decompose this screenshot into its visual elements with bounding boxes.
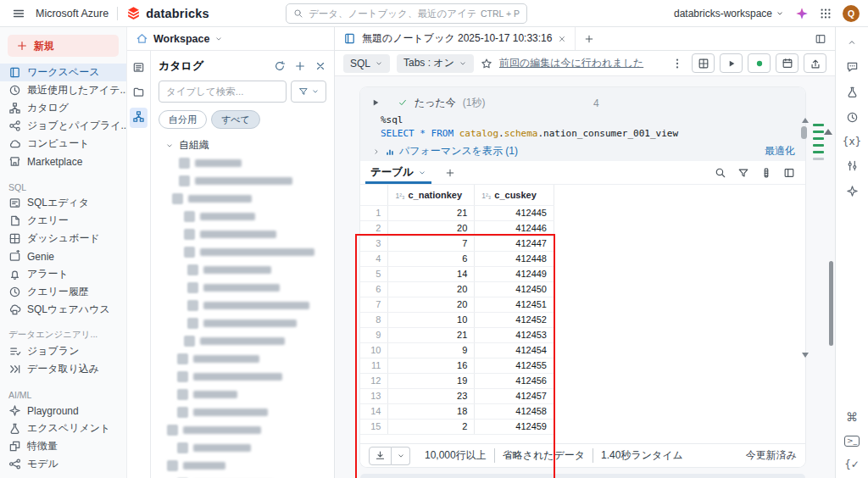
tree-item-redacted[interactable] xyxy=(159,314,326,332)
download-options-chevron[interactable] xyxy=(392,447,410,465)
table-row[interactable]: 620412450 xyxy=(360,281,554,297)
sidebar-item-queries[interactable]: クエリー xyxy=(0,212,126,230)
show-performance-link[interactable]: パフォーマンスを表示 (1) xyxy=(399,144,518,158)
code-cell[interactable]: たった今 (1秒) 4 %sqlSELECT * FROM catalog.sc… xyxy=(360,87,805,161)
assistant-diamond-icon[interactable] xyxy=(846,185,859,197)
catalog-filter-button[interactable] xyxy=(291,81,326,103)
table-row[interactable]: 152412459 xyxy=(360,419,554,434)
table-row[interactable]: 46412448 xyxy=(360,251,554,266)
new-button[interactable]: 新規 xyxy=(8,35,119,57)
chevron-right-icon[interactable] xyxy=(372,147,381,156)
table-row[interactable]: 921412453 xyxy=(360,327,554,342)
tree-item-redacted[interactable] xyxy=(159,297,326,314)
close-tab-icon[interactable] xyxy=(558,35,566,43)
collapse-up-icon[interactable] xyxy=(847,37,857,47)
tree-item-redacted[interactable] xyxy=(159,439,326,457)
tree-item-redacted[interactable] xyxy=(159,421,326,439)
table-row[interactable]: 720412451 xyxy=(360,297,554,312)
tree-item-redacted[interactable] xyxy=(159,243,326,261)
tree-item-redacted[interactable] xyxy=(159,261,326,279)
table-row[interactable]: 1116412455 xyxy=(360,358,554,373)
table-scrollbar-thumb[interactable] xyxy=(801,126,807,139)
filter-results-icon[interactable] xyxy=(737,167,749,179)
workspace-list-icon[interactable] xyxy=(132,61,145,74)
sidebar-item-jobs-pipelines[interactable]: ジョブとパイプライ... xyxy=(0,117,126,135)
split-view-icon[interactable] xyxy=(815,33,835,45)
tree-item-redacted[interactable] xyxy=(159,350,326,368)
user-avatar[interactable]: Q xyxy=(843,5,860,22)
filter-pill-all[interactable]: すべて xyxy=(211,110,260,129)
layout-icon[interactable] xyxy=(783,167,795,179)
table-row[interactable]: 1323412457 xyxy=(360,388,554,403)
run-all-button[interactable] xyxy=(720,53,743,73)
table-row[interactable]: 1219412456 xyxy=(360,373,554,388)
sidebar-item-marketplace[interactable]: Marketplace xyxy=(0,153,126,170)
sidebar-item-models[interactable]: モデル xyxy=(0,455,126,473)
hamburger-menu-icon[interactable] xyxy=(12,7,25,20)
table-scroll-down-arrow[interactable] xyxy=(802,353,809,358)
sidebar-item-playground[interactable]: Playground xyxy=(0,402,126,420)
table-row[interactable]: 121412445 xyxy=(360,205,554,220)
add-visualization-button[interactable] xyxy=(445,168,455,178)
catalog-search-input[interactable] xyxy=(159,81,287,103)
shortcuts-command-icon[interactable]: ⌘ xyxy=(846,411,858,423)
cell-code[interactable]: %sqlSELECT * FROM catalog.schema.nation_… xyxy=(381,114,795,141)
sidebar-item-features[interactable]: 特徴量 xyxy=(0,437,126,455)
table-row[interactable]: 810412452 xyxy=(360,312,554,327)
terminal-icon[interactable]: >_ xyxy=(844,436,860,447)
column-header-nationkey[interactable]: 1²₃c_nationkey xyxy=(388,185,475,205)
tree-item-redacted[interactable] xyxy=(159,457,326,475)
table-row[interactable]: 1418412458 xyxy=(360,403,554,419)
table-row[interactable]: 109412454 xyxy=(360,342,554,358)
comments-icon[interactable] xyxy=(846,60,859,73)
tree-root-own-org[interactable]: 自組織 xyxy=(159,136,326,154)
tree-item-redacted[interactable] xyxy=(159,208,326,225)
experiments-flask-icon[interactable] xyxy=(846,86,859,98)
favorite-star-icon[interactable] xyxy=(481,58,492,69)
sidebar-item-experiments[interactable]: エクスペリメント xyxy=(0,420,126,437)
next-cell-preview[interactable] xyxy=(360,474,805,478)
assistant-sparkle-icon[interactable] xyxy=(795,7,809,20)
notebook-scroll-up-arrow[interactable] xyxy=(824,129,832,135)
sidebar-item-catalog[interactable]: カタログ xyxy=(0,99,126,117)
results-table[interactable]: 1²₃c_nationkey 1²₃c_cuskey 121412445 220… xyxy=(360,185,554,435)
share-button[interactable] xyxy=(804,53,826,73)
table-row[interactable]: 220412446 xyxy=(360,220,554,236)
dashboard-view-button[interactable] xyxy=(692,53,715,73)
optimize-link[interactable]: 最適化 xyxy=(765,144,795,158)
tree-item-redacted[interactable] xyxy=(159,279,326,297)
sidebar-item-dashboards[interactable]: ダッシュボード xyxy=(0,230,126,247)
sidebar-item-job-runs[interactable]: ジョブラン xyxy=(0,342,126,360)
version-history-icon[interactable] xyxy=(846,111,859,124)
environment-sliders-icon[interactable] xyxy=(846,159,859,172)
table-row[interactable]: 514412449 xyxy=(360,266,554,281)
sidebar-item-recents[interactable]: 最近使用したアイテ... xyxy=(0,81,126,99)
databricks-logo[interactable]: databricks xyxy=(126,6,209,20)
sidebar-item-sql-warehouses[interactable]: SQLウェアハウス xyxy=(0,301,126,319)
code-check-icon[interactable]: {✓ xyxy=(844,459,860,470)
kebab-menu-icon[interactable] xyxy=(668,58,687,69)
workspace-header[interactable]: Workspace xyxy=(127,27,334,51)
folder-icon[interactable] xyxy=(132,86,145,98)
sidebar-item-compute[interactable]: コンピュート xyxy=(0,135,126,153)
download-button[interactable] xyxy=(369,447,392,465)
tree-item-redacted[interactable] xyxy=(159,403,326,421)
tree-item-redacted[interactable] xyxy=(159,225,326,243)
sidebar-item-data-ingestion[interactable]: データ取り込み xyxy=(0,360,126,378)
run-cell-icon[interactable] xyxy=(370,97,381,108)
tree-item-redacted[interactable] xyxy=(159,332,326,350)
add-icon[interactable] xyxy=(294,60,306,72)
workspace-selector[interactable]: databricks-workspace xyxy=(674,8,784,19)
refresh-icon[interactable] xyxy=(274,60,286,72)
tree-item-redacted[interactable] xyxy=(159,190,326,208)
global-search-input[interactable] xyxy=(309,8,476,19)
columns-icon[interactable] xyxy=(760,167,772,179)
schedule-button[interactable] xyxy=(776,53,798,73)
tree-item-redacted[interactable] xyxy=(159,368,326,386)
sidebar-item-genie[interactable]: Genie xyxy=(0,247,126,265)
new-tab-button[interactable] xyxy=(576,34,603,44)
tree-item-redacted[interactable] xyxy=(159,154,326,172)
global-search-box[interactable]: CTRL + P xyxy=(286,3,527,24)
sidebar-item-query-history[interactable]: クエリー履歴 xyxy=(0,283,126,301)
tree-item-redacted[interactable] xyxy=(159,475,326,478)
